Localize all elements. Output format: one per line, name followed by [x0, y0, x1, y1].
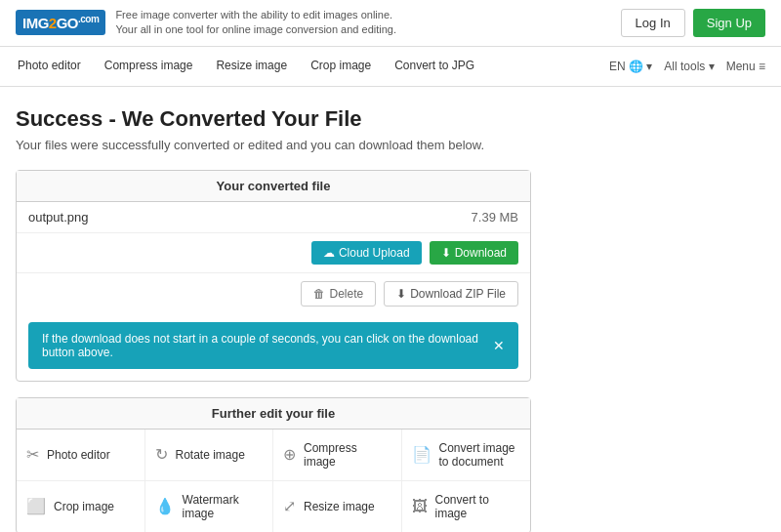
further-edit-box: Further edit your file ✂ Photo editor ↻ …	[16, 397, 531, 532]
tool-resize-label: Resize image	[304, 500, 375, 513]
download-button[interactable]: ⬇ Download	[430, 241, 518, 265]
convert-image-icon: 🖼	[412, 498, 428, 515]
all-tools-dropdown[interactable]: All tools ▾	[664, 60, 714, 73]
nav-left: Photo editor Compress image Resize image…	[16, 47, 476, 86]
login-button[interactable]: Log In	[621, 9, 685, 37]
cloud-upload-button[interactable]: ☁ Cloud Upload	[311, 241, 422, 265]
rotate-icon: ↻	[155, 445, 168, 464]
tool-crop-label: Crop image	[54, 500, 114, 513]
file-name: output.png	[28, 210, 88, 225]
file-action-row-2: 🗑 Delete ⬇ Download ZIP File	[17, 273, 530, 314]
tool-convert-image-label: Convert to image	[435, 493, 521, 520]
tool-crop-image[interactable]: ⬜ Crop image	[17, 481, 145, 532]
file-info-row: output.png 7.39 MB	[17, 202, 530, 233]
delete-label: Delete	[329, 287, 363, 301]
logo-area: IMG2GO.com Free image converter with the…	[16, 8, 396, 38]
nav-resize-image[interactable]: Resize image	[214, 47, 289, 86]
tagline-line2: Your all in one tool for online image co…	[115, 22, 396, 37]
nav: Photo editor Compress image Resize image…	[0, 47, 781, 87]
cloud-icon: ☁	[323, 246, 335, 260]
logo-tagline: Free image converter with the ability to…	[115, 8, 396, 38]
alert-close-button[interactable]: ✕	[493, 338, 505, 353]
tagline-line1: Free image converter with the ability to…	[115, 8, 396, 22]
download-icon: ⬇	[441, 246, 451, 260]
nav-compress-image[interactable]: Compress image	[103, 47, 195, 86]
nav-crop-image[interactable]: Crop image	[308, 47, 373, 86]
download-alert: If the download does not start in a coup…	[28, 322, 518, 369]
converted-file-box: Your converted file output.png 7.39 MB ☁…	[16, 170, 531, 382]
tool-rotate-label: Rotate image	[176, 448, 245, 462]
tool-compress-label: Compress image	[304, 441, 391, 469]
alert-text: If the download does not start in a coup…	[42, 332, 493, 359]
tool-watermark[interactable]: 💧 Watermark image	[145, 481, 274, 532]
signup-button[interactable]: Sign Up	[693, 9, 765, 37]
tool-photo-editor[interactable]: ✂ Photo editor	[17, 430, 145, 481]
tool-watermark-label: Watermark image	[183, 493, 264, 520]
edit-tools-grid: ✂ Photo editor ↻ Rotate image ⊕ Compress…	[17, 430, 530, 532]
menu-button[interactable]: Menu ≡	[726, 60, 765, 73]
nav-right: EN 🌐 ▾ All tools ▾ Menu ≡	[609, 60, 765, 73]
page-title: Success - We Converted Your File	[16, 106, 531, 132]
page-subtitle: Your files were successfully converted o…	[16, 138, 531, 152]
tool-photo-editor-label: Photo editor	[47, 448, 110, 462]
crop-icon: ⬜	[26, 497, 46, 515]
further-edit-title: Further edit your file	[17, 398, 530, 430]
logo-highlight: 2	[49, 15, 57, 31]
zip-label: Download ZIP File	[410, 287, 506, 301]
tool-convert-document[interactable]: 📄 Convert image to document	[402, 430, 531, 481]
photo-editor-icon: ✂	[26, 445, 39, 464]
watermark-icon: 💧	[155, 497, 175, 515]
cloud-upload-label: Cloud Upload	[339, 246, 410, 260]
trash-icon: 🗑	[313, 287, 325, 301]
main-content: Success - We Converted Your File Your fi…	[0, 87, 547, 532]
logo: IMG2GO.com	[16, 10, 105, 35]
download-zip-button[interactable]: ⬇ Download ZIP File	[384, 281, 518, 307]
tool-rotate-image[interactable]: ↻ Rotate image	[145, 430, 274, 481]
compress-icon: ⊕	[283, 445, 296, 464]
file-size: 7.39 MB	[472, 210, 518, 225]
zip-icon: ⬇	[396, 287, 406, 301]
converted-file-title: Your converted file	[17, 171, 530, 202]
tool-resize-image[interactable]: ⤢ Resize image	[273, 481, 402, 532]
delete-button[interactable]: 🗑 Delete	[301, 281, 376, 307]
language-selector[interactable]: EN 🌐 ▾	[609, 60, 652, 73]
header-actions: Log In Sign Up	[621, 9, 765, 37]
tool-convert-doc-label: Convert image to document	[439, 441, 521, 469]
document-icon: 📄	[412, 445, 432, 464]
logo-suffix: .com	[78, 14, 99, 24]
tool-convert-image[interactable]: 🖼 Convert to image	[402, 481, 531, 532]
tool-compress-image[interactable]: ⊕ Compress image	[273, 430, 402, 481]
file-action-row-1: ☁ Cloud Upload ⬇ Download	[17, 233, 530, 273]
nav-photo-editor[interactable]: Photo editor	[16, 47, 83, 86]
header: IMG2GO.com Free image converter with the…	[0, 0, 781, 47]
download-label: Download	[455, 246, 507, 260]
resize-icon: ⤢	[283, 497, 296, 515]
nav-convert-jpg[interactable]: Convert to JPG	[392, 47, 476, 86]
